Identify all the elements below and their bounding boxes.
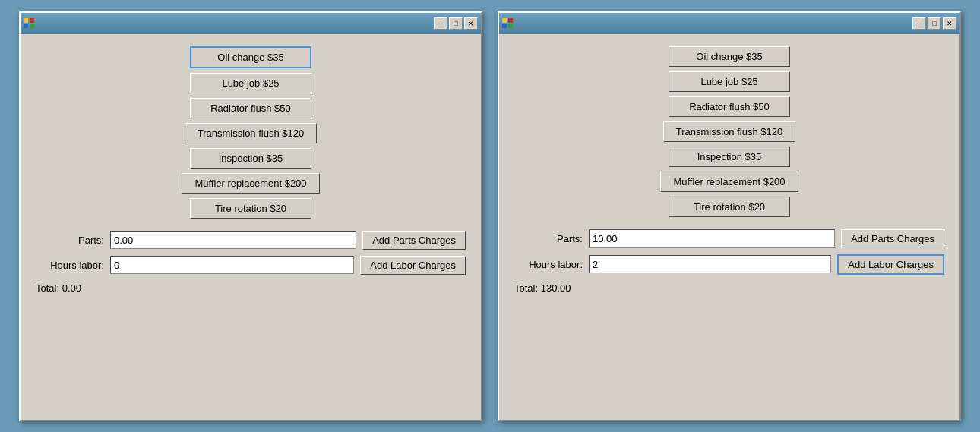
minimize-button[interactable]: –: [434, 17, 447, 30]
add-parts-button[interactable]: Add Parts Charges: [362, 231, 466, 250]
icon-cell-3: [24, 24, 28, 28]
labor-label: Hours labor:: [514, 259, 583, 270]
labor-input[interactable]: [589, 255, 831, 273]
parts-row: Parts:Add Parts Charges: [514, 229, 944, 248]
service-button-6[interactable]: Tire rotation $20: [669, 197, 790, 217]
add-labor-button[interactable]: Add Labor Charges: [837, 254, 944, 275]
maximize-button[interactable]: □: [449, 17, 463, 30]
service-button-5[interactable]: Muffler replacement $200: [182, 173, 319, 194]
maximize-button[interactable]: □: [928, 17, 941, 30]
icon-cell-1: [502, 18, 507, 23]
service-button-4[interactable]: Inspection $35: [669, 147, 790, 167]
service-button-6[interactable]: Tire rotation $20: [190, 198, 311, 219]
titlebar: –□✕: [499, 13, 959, 34]
service-buttons-group: Oil change $35Lube job $25Radiator flush…: [514, 46, 944, 217]
service-button-3[interactable]: Transmission flush $120: [185, 123, 317, 143]
service-button-3[interactable]: Transmission flush $120: [663, 121, 795, 142]
service-button-5[interactable]: Muffler replacement $200: [660, 172, 798, 192]
window-controls: –□✕: [912, 17, 956, 30]
titlebar: –□✕: [21, 13, 481, 34]
icon-cell-3: [502, 24, 507, 28]
window-body: Oil change $35Lube job $25Radiator flush…: [21, 34, 481, 420]
parts-label: Parts:: [36, 235, 104, 246]
close-button[interactable]: ✕: [464, 17, 478, 30]
service-button-2[interactable]: Radiator flush $50: [190, 98, 311, 118]
service-button-4[interactable]: Inspection $35: [190, 148, 311, 169]
service-button-0[interactable]: Oil change $35: [669, 46, 790, 67]
window-body: Oil change $35Lube job $25Radiator flush…: [499, 34, 959, 420]
labor-label: Hours labor:: [36, 260, 104, 271]
service-buttons-group: Oil change $35Lube job $25Radiator flush…: [36, 46, 466, 219]
service-button-2[interactable]: Radiator flush $50: [669, 96, 790, 117]
total-row: Total: 130.00: [514, 282, 944, 294]
labor-input[interactable]: [110, 256, 354, 274]
window-controls: –□✕: [434, 17, 478, 30]
add-parts-button[interactable]: Add Parts Charges: [841, 229, 944, 248]
service-button-0[interactable]: Oil change $35: [190, 46, 311, 68]
parts-input[interactable]: [110, 231, 356, 249]
icon-cell-4: [508, 24, 513, 28]
minimize-button[interactable]: –: [912, 17, 926, 30]
add-labor-button[interactable]: Add Labor Charges: [360, 256, 466, 275]
service-button-1[interactable]: Lube job $25: [190, 73, 311, 93]
parts-row: Parts:Add Parts Charges: [36, 231, 466, 250]
icon-cell-1: [24, 18, 28, 23]
close-button[interactable]: ✕: [943, 17, 956, 30]
service-button-1[interactable]: Lube job $25: [669, 71, 790, 92]
labor-row: Hours labor:Add Labor Charges: [514, 254, 944, 275]
window-window1: –□✕Oil change $35Lube job $25Radiator fl…: [19, 11, 482, 421]
app-icon: [502, 18, 513, 29]
app-icon-grid: [502, 18, 513, 29]
icon-cell-2: [508, 18, 513, 23]
app-icon-grid: [24, 18, 34, 29]
window-window2: –□✕Oil change $35Lube job $25Radiator fl…: [498, 11, 961, 421]
icon-cell-2: [30, 18, 34, 23]
parts-input[interactable]: [589, 229, 835, 248]
total-row: Total: 0.00: [36, 282, 466, 294]
labor-row: Hours labor:Add Labor Charges: [36, 256, 466, 275]
parts-label: Parts:: [514, 233, 583, 244]
icon-cell-4: [30, 24, 34, 28]
app-icon: [24, 18, 34, 29]
